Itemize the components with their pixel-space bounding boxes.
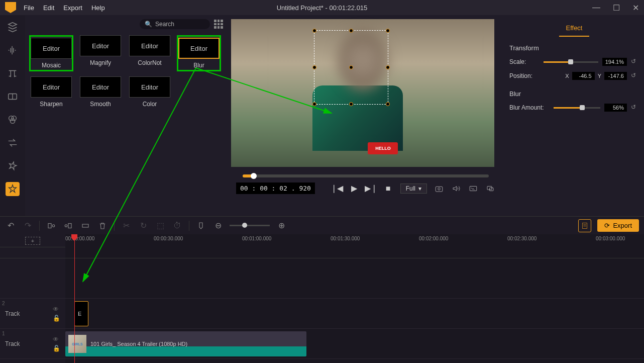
menu-export[interactable]: Export <box>63 4 82 12</box>
svg-rect-8 <box>490 188 494 191</box>
export-icon: ⟳ <box>604 222 610 229</box>
sidebar-transitions[interactable] <box>6 136 20 150</box>
mark-out-button[interactable] <box>63 220 74 231</box>
timeline-track-headers: + 2 Track 👁🔓 1 Track 👁🔓 <box>0 234 65 363</box>
export-button[interactable]: ⟳Export <box>597 219 639 232</box>
timeline-tracks[interactable]: 00:00:00.000 00:00:30.000 00:01:00.000 0… <box>65 234 644 363</box>
sidebar-elements[interactable] <box>6 159 20 173</box>
volume-button[interactable] <box>451 184 461 194</box>
effect-selection-box[interactable] <box>314 30 388 105</box>
resize-handle-mr[interactable] <box>386 65 390 69</box>
effect-label: ColorNot <box>138 59 161 66</box>
crop-button[interactable]: ⬚ <box>155 220 166 231</box>
sidebar-filters[interactable] <box>6 113 20 127</box>
close-button[interactable]: ✕ <box>632 3 639 13</box>
add-track-button[interactable]: + <box>25 237 40 245</box>
effect-sharpen[interactable]: Editor Sharpen <box>29 76 73 108</box>
preview-video[interactable]: HELLO <box>231 19 494 167</box>
blur-slider[interactable] <box>554 107 600 109</box>
undo-button[interactable]: ↶ <box>5 220 16 231</box>
effect-blur[interactable]: Editor Blur <box>177 35 221 71</box>
track-1-header[interactable]: 1 Track 👁🔓 <box>0 329 65 359</box>
zoom-in-button[interactable]: ⊕ <box>276 220 287 231</box>
blur-value[interactable]: 56% <box>604 104 627 112</box>
effect-thumb: Editor <box>80 76 121 98</box>
scale-label: Scale: <box>509 58 540 65</box>
lock-icon[interactable]: 🔓 <box>53 315 60 322</box>
fullscreen-button[interactable] <box>485 184 495 194</box>
resize-handle-tl[interactable] <box>312 29 316 33</box>
resize-handle-br[interactable] <box>386 102 390 106</box>
snapshot-button[interactable] <box>434 184 444 194</box>
sidebar-effects[interactable] <box>6 182 20 196</box>
resize-handle-tr[interactable] <box>386 29 390 33</box>
svg-point-12 <box>65 224 67 227</box>
track-2-row[interactable]: E <box>65 299 644 329</box>
marker-button[interactable] <box>195 220 206 231</box>
lock-icon[interactable]: 🔓 <box>53 345 60 352</box>
effect-clip[interactable]: E <box>74 301 88 326</box>
timeline-ruler[interactable]: 00:00:00.000 00:00:30.000 00:01:00.000 0… <box>65 234 644 258</box>
track-2-header[interactable]: 2 Track 👁🔓 <box>0 299 65 329</box>
effect-mosaic[interactable]: Editor Mosaic <box>29 35 73 71</box>
scrub-bar[interactable] <box>243 174 489 177</box>
app-logo <box>5 2 16 13</box>
scrub-handle[interactable] <box>251 173 257 179</box>
quality-select[interactable]: Full▾ <box>400 184 427 194</box>
notes-button[interactable] <box>578 219 591 232</box>
sidebar-text[interactable] <box>6 66 20 80</box>
minimize-button[interactable]: — <box>592 3 600 13</box>
cut-button[interactable]: ✂ <box>121 220 132 231</box>
effect-smooth[interactable]: Editor Smooth <box>78 76 123 108</box>
track-1-row[interactable]: GIRLS 101 Girls_ Season 4 Trailer (1080p… <box>65 329 644 359</box>
effect-colornot[interactable]: Editor ColorNot <box>128 35 172 71</box>
play-button[interactable]: ▶ <box>349 184 359 194</box>
properties-panel: Effect Transform Scale: 194.1% ↺ Positio… <box>504 15 644 216</box>
resize-handle-tc[interactable] <box>349 29 353 33</box>
scale-value[interactable]: 194.1% <box>602 58 627 66</box>
effect-color[interactable]: Editor Color <box>128 76 172 108</box>
effect-magnify[interactable]: Editor Magnify <box>78 35 123 71</box>
reset-blur-button[interactable]: ↺ <box>631 104 639 112</box>
resize-handle-bl[interactable] <box>312 102 316 106</box>
maximize-button[interactable]: ☐ <box>613 3 620 13</box>
zoom-slider[interactable] <box>230 225 270 226</box>
delete-button[interactable] <box>97 220 108 231</box>
prev-frame-button[interactable]: ❘◀ <box>332 184 342 194</box>
video-clip[interactable]: GIRLS 101 Girls_ Season 4 Trailer (1080p… <box>65 331 306 356</box>
menu-file[interactable]: File <box>24 4 34 12</box>
zoom-out-button[interactable]: ⊖ <box>212 220 224 231</box>
resize-handle-bc[interactable] <box>349 102 353 106</box>
menu-edit[interactable]: Edit <box>43 4 54 12</box>
resize-handle-ml[interactable] <box>312 65 316 69</box>
aspect-button[interactable] <box>468 184 478 194</box>
playhead[interactable] <box>74 234 75 363</box>
scale-slider[interactable] <box>544 61 598 63</box>
pos-x-value[interactable]: -46.5 <box>572 72 595 80</box>
visibility-icon[interactable]: 👁 <box>53 306 60 313</box>
resize-handle-mc[interactable] <box>349 65 353 69</box>
effect-thumb: Editor <box>31 38 72 59</box>
next-frame-button[interactable]: ▶❘ <box>366 184 376 194</box>
visibility-icon[interactable]: 👁 <box>53 336 60 343</box>
rotate-button[interactable]: ↻ <box>138 220 149 231</box>
redo-button[interactable]: ↷ <box>22 220 33 231</box>
search-input[interactable]: 🔍 Search <box>140 19 210 29</box>
speed-button[interactable]: ⏱ <box>172 220 183 231</box>
stop-button[interactable]: ■ <box>383 184 393 194</box>
chevron-down-icon: ▾ <box>418 185 421 192</box>
clip-label: 101 Girls_ Season 4 Trailer (1080p HD) <box>90 341 187 347</box>
sidebar-split[interactable] <box>6 89 20 104</box>
menu-help[interactable]: Help <box>91 4 105 12</box>
effect-tab[interactable]: Effect <box>559 20 589 37</box>
sidebar-media[interactable] <box>6 20 20 34</box>
range-button[interactable] <box>80 220 91 231</box>
window-controls: — ☐ ✕ <box>592 3 639 13</box>
effects-panel: 🔍 Search Editor Mosaic Editor Magnify Ed… <box>25 15 227 216</box>
mark-in-button[interactable] <box>46 220 57 231</box>
reset-position-button[interactable]: ↺ <box>631 72 639 80</box>
sidebar-audio[interactable] <box>6 43 20 57</box>
grid-view-icon[interactable] <box>214 20 223 29</box>
pos-y-value[interactable]: -147.6 <box>604 72 627 80</box>
reset-scale-button[interactable]: ↺ <box>631 58 639 66</box>
